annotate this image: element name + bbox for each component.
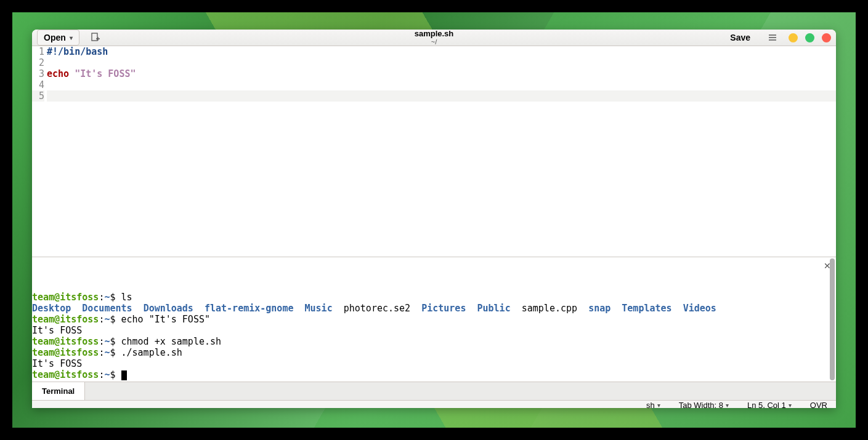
chevron-down-icon: ▾ xyxy=(726,402,729,408)
code-line[interactable] xyxy=(47,79,836,90)
open-button-label: Open xyxy=(44,33,66,42)
terminal-line: Desktop Documents Downloads flat-remix-g… xyxy=(32,303,836,314)
terminal-line: team@itsfoss:~$ echo "It's FOSS" xyxy=(32,314,836,325)
line-number: 4 xyxy=(32,79,44,90)
new-tab-button[interactable] xyxy=(87,30,104,45)
status-position-label: Ln 5, Col 1 xyxy=(747,401,786,408)
status-insert-mode[interactable]: OVR xyxy=(810,401,827,408)
ls-entry: photorec.se2 xyxy=(344,303,410,314)
terminal-scrollbar[interactable] xyxy=(830,258,835,380)
code-line[interactable]: echo "It's FOSS" xyxy=(47,68,836,79)
code-line[interactable]: #!/bin/bash xyxy=(47,46,836,57)
ls-entry: flat-remix-gnome xyxy=(205,303,294,314)
terminal-close-button[interactable]: ✕ xyxy=(820,258,835,273)
terminal-cursor xyxy=(121,370,127,380)
code-line[interactable] xyxy=(47,90,836,102)
new-document-icon xyxy=(91,33,100,42)
ls-entry: Documents xyxy=(82,303,132,314)
window-controls xyxy=(789,33,831,42)
bottom-panel-tabs: Terminal xyxy=(32,382,836,400)
code-line[interactable] xyxy=(47,57,836,68)
titlebar: Open ▾ sample.sh ~/ Save xyxy=(32,30,836,46)
ls-entry: Downloads xyxy=(144,303,193,314)
hamburger-icon xyxy=(768,33,777,42)
line-number: 5 xyxy=(32,90,44,102)
terminal-output[interactable]: team@itsfoss:~$ lsDesktop Documents Down… xyxy=(32,257,836,382)
code-content[interactable]: #!/bin/bashecho "It's FOSS" xyxy=(47,46,836,257)
title-filename: sample.sh xyxy=(415,30,454,38)
status-position[interactable]: Ln 5, Col 1 ▾ xyxy=(747,401,792,408)
ls-entry: Desktop xyxy=(32,303,71,314)
line-number: 2 xyxy=(32,57,44,68)
status-language[interactable]: sh ▾ xyxy=(646,401,660,408)
svg-rect-0 xyxy=(92,33,97,41)
editor-area[interactable]: 12345 #!/bin/bashecho "It's FOSS" xyxy=(32,46,836,257)
ls-entry: Pictures xyxy=(421,303,466,314)
gedit-window: Open ▾ sample.sh ~/ Save xyxy=(32,30,836,408)
ls-entry: snap xyxy=(588,303,610,314)
terminal-line: team@itsfoss:~$ ls xyxy=(32,292,836,303)
line-gutter: 12345 xyxy=(32,46,47,257)
line-number: 3 xyxy=(32,68,44,79)
chevron-down-icon: ▾ xyxy=(657,402,660,408)
statusbar: sh ▾ Tab Width: 8 ▾ Ln 5, Col 1 ▾ OVR xyxy=(32,400,836,408)
status-tabwidth-label: Tab Width: 8 xyxy=(679,401,723,408)
save-button[interactable]: Save xyxy=(724,30,756,45)
terminal-line: team@itsfoss:~$ ./sample.sh xyxy=(32,347,836,358)
terminal-line: team@itsfoss:~$ chmod +x sample.sh xyxy=(32,336,836,347)
ls-entry: Music xyxy=(305,303,333,314)
ls-entry: sample.cpp xyxy=(522,303,577,314)
ls-entry: Templates xyxy=(622,303,671,314)
status-language-label: sh xyxy=(646,401,655,408)
titlebar-left: Open ▾ xyxy=(37,30,104,46)
close-button[interactable] xyxy=(822,33,831,42)
titlebar-right: Save xyxy=(724,30,831,45)
chevron-down-icon: ▾ xyxy=(789,402,792,408)
minimize-button[interactable] xyxy=(789,33,798,42)
terminal-line: It's FOSS xyxy=(32,358,836,369)
hamburger-menu-button[interactable] xyxy=(765,30,780,45)
titlebar-center: sample.sh ~/ xyxy=(415,30,454,46)
status-tabwidth[interactable]: Tab Width: 8 ▾ xyxy=(679,401,729,408)
line-number: 1 xyxy=(32,46,44,57)
ls-entry: Public xyxy=(477,303,511,314)
ls-entry: Videos xyxy=(683,303,716,314)
chevron-down-icon: ▾ xyxy=(70,34,73,41)
terminal-tab[interactable]: Terminal xyxy=(32,382,85,400)
title-path: ~/ xyxy=(415,38,454,46)
terminal-pane: ✕ team@itsfoss:~$ lsDesktop Documents Do… xyxy=(32,257,836,400)
terminal-line: team@itsfoss:~$ xyxy=(32,369,836,380)
maximize-button[interactable] xyxy=(805,33,814,42)
open-button[interactable]: Open ▾ xyxy=(37,30,79,46)
status-mode-label: OVR xyxy=(810,401,827,408)
terminal-line: It's FOSS xyxy=(32,325,836,336)
